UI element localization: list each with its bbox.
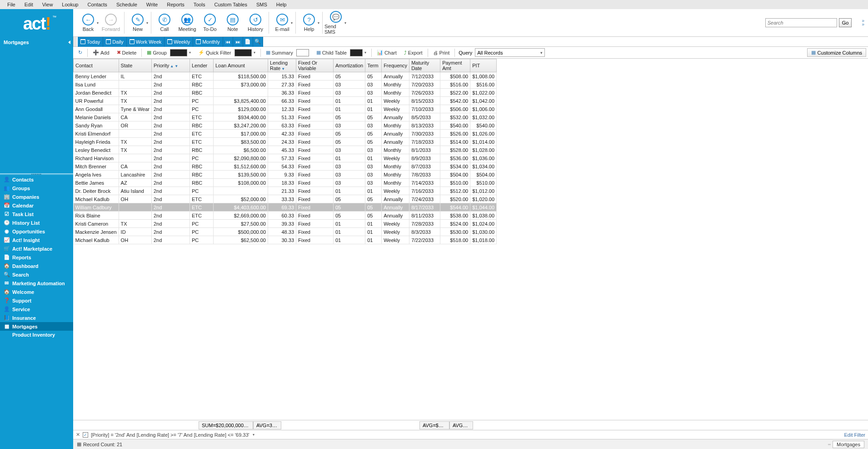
sidebar-item-marketing-automation[interactable]: ✉Marketing Automation — [0, 279, 73, 288]
column-header-payment[interactable]: Payment Amt — [440, 59, 470, 72]
quick-filter-button[interactable]: ⚡Quick Filter▾ — [195, 48, 259, 58]
sidebar-item-reports[interactable]: 📄Reports — [0, 253, 73, 262]
menu-reports[interactable]: Reports — [162, 1, 189, 8]
send-sms-button[interactable]: 💬Send SMS▾ — [324, 10, 347, 35]
table-row[interactable]: Angela IvesLancashire2ndRBC$139,500.009.… — [74, 171, 497, 179]
table-row[interactable]: Ann GoodallTyne & Wear2ndPC$129,000.0012… — [74, 105, 497, 113]
chevron-down-icon[interactable]: ▾ — [344, 21, 346, 25]
delete-button[interactable]: ✖Delete — [114, 48, 140, 57]
menu-schedule[interactable]: Schedule — [112, 1, 142, 8]
view-work-week[interactable]: Work Week — [127, 37, 165, 47]
call-button[interactable]: ✆Call — [153, 10, 176, 35]
menu-custom-tables[interactable]: Custom Tables — [210, 1, 252, 8]
sidebar-item-act-marketplace[interactable]: 🛒Act! Marketplace — [0, 244, 73, 253]
summary-button[interactable]: ▦Summary — [263, 48, 312, 58]
column-header-freq[interactable]: Frequency — [382, 59, 409, 72]
table-row[interactable]: Bettie JamesAZ2ndRBC$108,000.0018.33Fixe… — [74, 179, 497, 187]
child-table-button[interactable]: ▦Child Table▾ — [313, 48, 369, 58]
refresh-button[interactable]: ↻ — [75, 48, 85, 57]
chevron-down-icon[interactable]: ▾ — [146, 21, 148, 25]
column-header-maturity[interactable]: Maturity Date — [409, 59, 440, 72]
column-header-state[interactable]: State — [119, 59, 151, 72]
add-button[interactable]: ➕Add — [90, 48, 113, 57]
table-row[interactable]: Jordan BenedictTX2ndRBC36.33Fixed0303Mon… — [74, 89, 497, 97]
menu-write[interactable]: Write — [142, 1, 162, 8]
sidebar-item-search[interactable]: 🔍Search — [0, 270, 73, 279]
status-tab-mortgages[interactable]: Mortgages — [833, 441, 864, 448]
sidebar-item-history-list[interactable]: 🕑History List — [0, 218, 73, 227]
sidebar-item-task-list[interactable]: ☑Task List — [0, 210, 73, 218]
table-row[interactable]: Sandy RyanOR2ndRBC$3,247,200.0063.33Fixe… — [74, 121, 497, 130]
page-icon[interactable]: 📄 — [243, 37, 253, 47]
table-row[interactable]: Ilsa Lund2ndRBC$73,000.0027.33Fixed0303M… — [74, 81, 497, 89]
view-daily[interactable]: Daily — [103, 37, 126, 47]
sidebar-item-opportunities[interactable]: ◉Opportunities — [0, 227, 73, 236]
column-header-pit[interactable]: PIT — [470, 59, 497, 72]
table-row[interactable]: Mitch BrennerCA2ndRBC$1,512,600.0054.33F… — [74, 162, 497, 171]
group-button[interactable]: ▦Group▾ — [144, 48, 194, 58]
column-header-fov[interactable]: Fixed Or Variable — [296, 59, 334, 72]
help-button[interactable]: ?Help▾ — [298, 10, 320, 35]
chevron-left-icon[interactable] — [68, 40, 70, 44]
menu-view[interactable]: View — [38, 1, 58, 8]
meeting-button[interactable]: 👥Meeting — [176, 10, 199, 35]
menu-tools[interactable]: Tools — [189, 1, 210, 8]
column-header-lending_rate[interactable]: Lending Rate▼ — [268, 59, 296, 72]
table-row[interactable]: Richard Harvison2ndPC$2,090,800.0057.33F… — [74, 154, 497, 162]
grip-icon[interactable] — [73, 37, 77, 47]
table-wrap[interactable]: ContactStatePriority▲▼LenderLoan AmountL… — [73, 59, 868, 420]
chevron-down-icon[interactable]: ▾ — [253, 433, 254, 437]
table-row[interactable]: Mackenzie JensenID2ndPC$500,000.0048.33F… — [74, 228, 497, 236]
e-mail-button[interactable]: ✉E-mail▾ — [271, 10, 294, 35]
export-button[interactable]: ⤴Export — [401, 49, 426, 57]
view-monthly[interactable]: Monthly — [193, 37, 223, 47]
table-row[interactable]: Dr. Deiter BrockAtiu Island2ndPC21.33Fix… — [74, 187, 497, 195]
sidebar-item-groups[interactable]: 👥Groups — [0, 184, 73, 192]
sidebar-item-calendar[interactable]: 📅Calendar — [0, 201, 73, 210]
prev-icon[interactable]: ⏮ — [223, 37, 233, 47]
table-row[interactable]: Kristi CameronTX2ndPC$27,500.0039.33Fixe… — [74, 220, 497, 228]
column-header-priority[interactable]: Priority▲▼ — [152, 59, 190, 72]
table-row[interactable]: Melanie DanielsCA2ndETC$934,400.0051.33F… — [74, 113, 497, 121]
filter-checkbox[interactable]: ✓ — [83, 432, 88, 438]
chevron-down-icon[interactable]: ▾ — [97, 21, 99, 25]
menu-sms[interactable]: SMS — [252, 1, 272, 8]
sidebar-divider[interactable]: •••••• — [0, 173, 73, 175]
view-weekly[interactable]: Weekly — [165, 37, 193, 47]
menu-contacts[interactable]: Contacts — [83, 1, 111, 8]
table-row[interactable]: Michael KadlubOH2ndPC$62,500.0030.33Fixe… — [74, 236, 497, 244]
history-button[interactable]: ↺History — [244, 10, 267, 35]
table-row[interactable]: UR PowerfulTX2ndPC$3,825,400.0066.33Fixe… — [74, 97, 497, 105]
note-button[interactable]: ▤Note — [221, 10, 244, 35]
menu-file[interactable]: File — [3, 1, 20, 8]
sidebar-item-act-insight[interactable]: 📈Act! Insight — [0, 236, 73, 244]
column-header-term[interactable]: Term — [365, 59, 382, 72]
customize-columns-button[interactable]: ▦Customize Columns — [807, 48, 866, 57]
table-row[interactable]: Benny LenderIL2ndETC$118,500.0015.33Fixe… — [74, 72, 497, 81]
table-row[interactable]: Lesley BenedictTX2ndRBC$6,500.0045.33Fix… — [74, 146, 497, 154]
sidebar-item-service[interactable]: 👤Service — [0, 305, 73, 313]
view-today[interactable]: Today — [78, 37, 103, 47]
sidebar-item-support[interactable]: ❓Support — [0, 296, 73, 305]
close-icon[interactable]: ✕ — [76, 432, 80, 438]
search-icon[interactable]: 🔍 — [253, 37, 263, 47]
sidebar-item-dashboard[interactable]: 🏠Dashboard — [0, 262, 73, 270]
sidebar-item-welcome[interactable]: 🏠Welcome — [0, 288, 73, 296]
column-header-loan_amount[interactable]: Loan Amount — [214, 59, 268, 72]
column-header-contact[interactable]: Contact — [74, 59, 119, 72]
search-input[interactable] — [765, 18, 837, 27]
table-row[interactable]: William Cadbury2ndETC$4,403,600.0069.33F… — [74, 203, 497, 212]
chart-button[interactable]: 📊Chart — [374, 48, 400, 57]
query-select[interactable]: All Records — [475, 48, 545, 57]
menu-help[interactable]: Help — [272, 1, 291, 8]
print-button[interactable]: 🖨Print — [430, 49, 453, 57]
sidebar-item-companies[interactable]: 🏢Companies — [0, 192, 73, 201]
menu-lookup[interactable]: Lookup — [57, 1, 83, 8]
table-row[interactable]: Michael KadlubOH2ndETC$52,000.0033.33Fix… — [74, 195, 497, 203]
new-button[interactable]: ✎New▾ — [126, 10, 149, 35]
next-icon[interactable]: ⏭ — [233, 37, 243, 47]
table-row[interactable]: Rick Blaine2ndETC$2,669,000.0060.33Fixed… — [74, 212, 497, 220]
column-header-amort[interactable]: Amortization — [334, 59, 365, 72]
column-header-lender[interactable]: Lender — [190, 59, 214, 72]
menu-edit[interactable]: Edit — [20, 1, 38, 8]
